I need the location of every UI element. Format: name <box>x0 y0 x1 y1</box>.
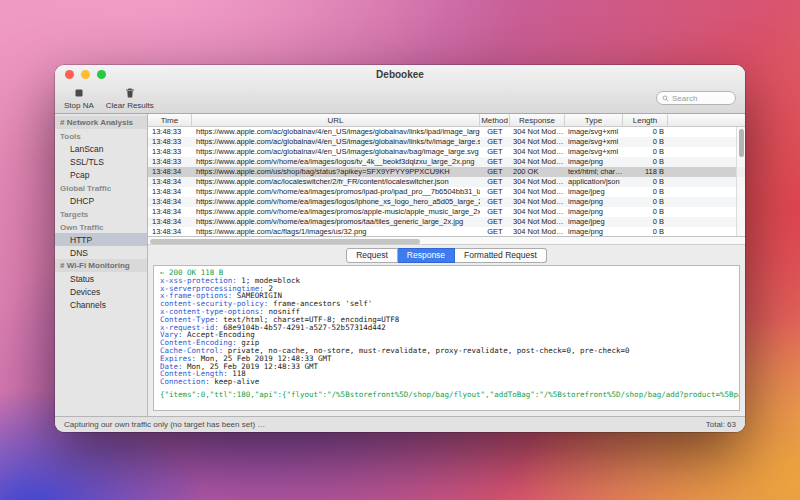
search-icon <box>662 95 669 102</box>
trash-icon <box>124 87 136 100</box>
cell-time: 13:48:34 <box>148 217 192 227</box>
cell-time: 13:48:34 <box>148 177 192 187</box>
cell-length: 0 B <box>623 127 668 137</box>
table-horizontal-scrollbar[interactable] <box>148 237 745 245</box>
minimize-window-button[interactable] <box>81 70 90 79</box>
stop-na-label: Stop NA <box>64 101 94 110</box>
table-row[interactable]: 13:48:33https://www.apple.com/v/home/ea/… <box>148 157 745 167</box>
window-title: Debookee <box>55 65 745 84</box>
table-row[interactable]: 13:48:34https://www.apple.com/ac/flags/1… <box>148 227 745 237</box>
sidebar-section-header: Targets <box>55 207 147 220</box>
cell-time: 13:48:34 <box>148 207 192 217</box>
toolbar: Stop NA Clear Results <box>55 83 745 113</box>
cell-url: https://www.apple.com/v/home/ea/images/p… <box>192 187 480 197</box>
sidebar-item-channels[interactable]: Channels <box>55 298 147 311</box>
cell-type: image/jpeg <box>565 187 623 197</box>
cell-url: https://www.apple.com/ac/globalnav/4/en_… <box>192 127 480 137</box>
table-row[interactable]: 13:48:34https://www.apple.com/ac/locales… <box>148 177 745 187</box>
tab-request[interactable]: Request <box>346 248 398 263</box>
sidebar-section-header: # Wi-Fi Monitoring <box>55 259 147 272</box>
table-row[interactable]: 13:48:34https://www.apple.com/v/home/ea/… <box>148 207 745 217</box>
cell-type: image/svg+xml <box>565 137 623 147</box>
cell-response: 304 Not Mod… <box>510 137 565 147</box>
sidebar-item-lanscan[interactable]: LanScan <box>55 142 147 155</box>
sidebar-item-dns[interactable]: DNS <box>55 246 147 259</box>
table-row[interactable]: 13:48:33https://www.apple.com/ac/globaln… <box>148 147 745 157</box>
cell-response: 304 Not Mod… <box>510 147 565 157</box>
cell-url: https://www.apple.com/us/shop/bag/status… <box>192 167 480 177</box>
scrollbar-thumb[interactable] <box>150 239 420 244</box>
table-row[interactable]: 13:48:33https://www.apple.com/ac/globaln… <box>148 127 745 137</box>
cell-filler <box>668 177 745 187</box>
cell-method: GET <box>480 197 510 207</box>
cell-time: 13:48:33 <box>148 147 192 157</box>
cell-url: https://www.apple.com/ac/localeswitcher/… <box>192 177 480 187</box>
cell-method: GET <box>480 207 510 217</box>
sidebar-section-header: Own Traffic <box>55 220 147 233</box>
cell-type: image/png <box>565 227 623 237</box>
cell-length: 0 B <box>623 157 668 167</box>
cell-type: image/png <box>565 197 623 207</box>
cell-response: 304 Not Mod… <box>510 177 565 187</box>
column-header-time[interactable]: Time <box>148 114 192 126</box>
column-header-type[interactable]: Type <box>565 114 623 126</box>
tab-response[interactable]: Response <box>398 248 455 263</box>
table-row[interactable]: 13:48:34https://www.apple.com/us/shop/ba… <box>148 167 745 177</box>
cell-url: https://www.apple.com/v/home/ea/images/l… <box>192 197 480 207</box>
cell-length: 0 B <box>623 177 668 187</box>
titlebar[interactable]: Debookee <box>55 65 745 83</box>
table-header[interactable]: Time URL Method Response Type Length <box>148 114 745 127</box>
tab-formatted-request[interactable]: Formatted Request <box>455 248 547 263</box>
zoom-window-button[interactable] <box>97 70 106 79</box>
cell-time: 13:48:34 <box>148 187 192 197</box>
cell-length: 0 B <box>623 207 668 217</box>
scrollbar-thumb[interactable] <box>739 129 745 157</box>
cell-type: image/svg+xml <box>565 147 623 157</box>
column-header-length[interactable]: Length <box>623 114 668 126</box>
cell-filler <box>668 127 745 137</box>
cell-filler <box>668 187 745 197</box>
sidebar-item-dhcp[interactable]: DHCP <box>55 194 147 207</box>
cell-response: 304 Not Mod… <box>510 187 565 197</box>
search-input[interactable] <box>672 94 730 103</box>
cell-filler <box>668 137 745 147</box>
column-header-response[interactable]: Response <box>510 114 565 126</box>
stop-na-button[interactable]: Stop NA <box>64 87 94 110</box>
sidebar-item-ssltls[interactable]: SSL/TLS <box>55 155 147 168</box>
table-vertical-scrollbar[interactable] <box>736 127 745 236</box>
sidebar-item-http[interactable]: HTTP <box>55 233 147 246</box>
table-row[interactable]: 13:48:34https://www.apple.com/v/home/ea/… <box>148 217 745 227</box>
cell-response: 304 Not Mod… <box>510 217 565 227</box>
search-field[interactable] <box>656 91 736 105</box>
response-pane: ← 200 OK 118 B x-xss-protection: 1; mode… <box>153 265 740 411</box>
cell-length: 0 B <box>623 227 668 237</box>
status-bar: Capturing our own traffic only (no targe… <box>55 416 745 432</box>
column-header-url[interactable]: URL <box>192 114 480 126</box>
cell-length: 0 B <box>623 187 668 197</box>
cell-time: 13:48:33 <box>148 157 192 167</box>
sidebar-item-status[interactable]: Status <box>55 272 147 285</box>
sidebar-item-pcap[interactable]: Pcap <box>55 168 147 181</box>
column-header-filler <box>668 114 745 126</box>
cell-length: 0 B <box>623 217 668 227</box>
cell-filler <box>668 217 745 227</box>
sidebar-section-header: Tools <box>55 129 147 142</box>
table-row[interactable]: 13:48:33https://www.apple.com/ac/globaln… <box>148 137 745 147</box>
table-row[interactable]: 13:48:34https://www.apple.com/v/home/ea/… <box>148 187 745 197</box>
sidebar-section-header: Global Traffic <box>55 181 147 194</box>
sidebar-item-devices[interactable]: Devices <box>55 285 147 298</box>
cell-time: 13:48:34 <box>148 167 192 177</box>
column-header-method[interactable]: Method <box>480 114 510 126</box>
stop-icon <box>73 87 85 100</box>
sidebar: # Network AnalysisToolsLanScanSSL/TLSPca… <box>55 114 148 416</box>
response-header-lines: x-xss-protection: 1; mode=blockx-serverp… <box>160 277 733 386</box>
cell-method: GET <box>480 137 510 147</box>
close-window-button[interactable] <box>65 70 74 79</box>
clear-results-button[interactable]: Clear Results <box>106 87 154 110</box>
cell-type: application/json <box>565 177 623 187</box>
table-row[interactable]: 13:48:34https://www.apple.com/v/home/ea/… <box>148 197 745 207</box>
cell-time: 13:48:33 <box>148 137 192 147</box>
cell-method: GET <box>480 157 510 167</box>
cell-filler <box>668 167 745 177</box>
cell-method: GET <box>480 167 510 177</box>
